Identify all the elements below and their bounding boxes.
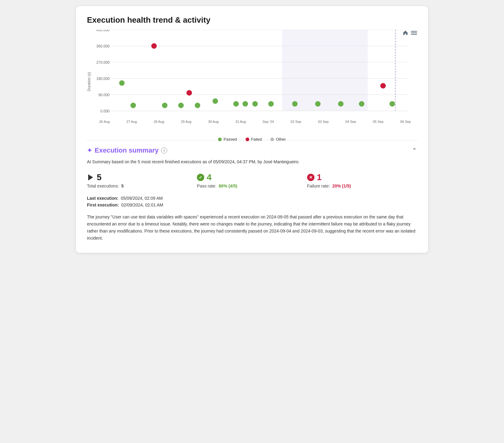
- x-label-27aug: 27 Aug: [126, 120, 137, 123]
- total-executions-value: 5: [121, 184, 124, 188]
- svg-point-21: [178, 103, 184, 108]
- pass-number: 4: [207, 172, 212, 182]
- svg-point-27: [252, 101, 258, 107]
- x-circle-icon: ✕: [307, 174, 314, 181]
- legend-passed: Passed: [218, 137, 237, 142]
- pass-rate-value: 80% (4/5): [219, 184, 237, 188]
- chart-inner: Duration (s): [87, 30, 417, 134]
- svg-point-32: [359, 101, 364, 107]
- legend-failed-dot: [246, 138, 249, 141]
- svg-point-20: [162, 103, 167, 108]
- svg-point-34: [389, 101, 395, 107]
- chart-legend: Passed Failed Other: [87, 137, 417, 142]
- play-triangle: [88, 174, 93, 180]
- chevron-up-icon[interactable]: ⌃: [412, 147, 417, 154]
- dates-section: Last execution: 05/09/2024, 02:09 AM Fir…: [87, 196, 417, 207]
- chart-title: Execution health trend & activity: [87, 15, 417, 25]
- x-label-02sep: 02 Sep: [291, 120, 301, 123]
- svg-text:180.000: 180.000: [96, 77, 110, 81]
- last-execution-label: Last execution:: [87, 196, 118, 201]
- fail-number: 1: [317, 172, 322, 182]
- svg-point-33: [380, 83, 386, 89]
- svg-point-29: [292, 101, 298, 107]
- chart-section: Execution health trend & activity: [87, 15, 417, 134]
- pass-stat-top: ✓ 4: [197, 172, 307, 182]
- svg-rect-3: [282, 30, 368, 111]
- check-circle-icon: ✓: [197, 174, 204, 181]
- legend-failed-label: Failed: [251, 137, 262, 142]
- x-label-05sep: 05 Sep: [373, 120, 384, 123]
- pass-rate-stat: ✓ 4 Pass rate: 80% (4/5): [197, 172, 307, 188]
- svg-text:270.000: 270.000: [96, 60, 110, 65]
- svg-point-22: [186, 90, 192, 96]
- svg-text:0.000: 0.000: [100, 109, 110, 113]
- x-label-sep24: Sep '24: [262, 120, 274, 123]
- last-execution-value: 05/09/2024, 02:09 AM: [121, 196, 163, 201]
- total-number: 5: [97, 172, 102, 182]
- description-text: The journey "User can use test data vari…: [87, 214, 417, 242]
- legend-other-dot: [270, 138, 274, 141]
- first-execution-label: First execution:: [87, 203, 119, 207]
- svg-point-28: [268, 101, 274, 107]
- total-executions-stat: 5 Total executions: 5: [87, 172, 197, 188]
- x-label-28aug: 28 Aug: [154, 120, 164, 123]
- x-label-30aug: 30 Aug: [208, 120, 219, 123]
- svg-point-23: [195, 103, 200, 108]
- play-icon: [87, 174, 94, 181]
- exec-summary-title: ✦ Execution summary i: [87, 146, 167, 154]
- x-label-03sep: 03 Sep: [318, 120, 329, 123]
- svg-point-24: [213, 98, 218, 104]
- legend-passed-dot: [218, 138, 222, 141]
- x-label-31aug: 31 Aug: [235, 120, 246, 123]
- x-axis-labels: 26 Aug 27 Aug 28 Aug 29 Aug 30 Aug 31 Au…: [93, 120, 417, 123]
- svg-point-19: [151, 43, 157, 49]
- legend-other-label: Other: [276, 137, 286, 142]
- svg-point-30: [315, 101, 321, 107]
- svg-point-17: [119, 80, 125, 86]
- fail-rate-label-row: Failure rate: 20% (1/5): [307, 184, 417, 188]
- exec-summary-header: ✦ Execution summary i ⌃: [87, 146, 417, 154]
- svg-point-31: [338, 101, 344, 107]
- svg-point-26: [243, 101, 248, 107]
- svg-point-25: [233, 101, 239, 107]
- fail-stat-top: ✕ 1: [307, 172, 417, 182]
- last-execution-row: Last execution: 05/09/2024, 02:09 AM: [87, 196, 417, 201]
- svg-text:360.000: 360.000: [96, 44, 110, 48]
- info-icon[interactable]: i: [161, 147, 167, 153]
- chart-svg: 450.000 360.000 270.000 180.000 90.000 0…: [93, 30, 417, 119]
- legend-passed-label: Passed: [224, 137, 237, 142]
- first-execution-value: 02/09/2024, 02:01 AM: [121, 203, 163, 207]
- fail-rate-value: 20% (1/5): [332, 184, 351, 188]
- svg-point-18: [130, 103, 136, 108]
- ai-subtitle: AI Summary based on the 5 most recent fi…: [87, 159, 417, 165]
- execution-summary-section: ✦ Execution summary i ⌃ AI Summary based…: [87, 146, 417, 242]
- chart-container: Duration (s): [87, 30, 417, 134]
- fail-rate-stat: ✕ 1 Failure rate: 20% (1/5): [307, 172, 417, 188]
- exec-summary-title-text: Execution summary: [95, 146, 159, 154]
- svg-text:90.000: 90.000: [98, 93, 110, 97]
- y-axis-label: Duration (s): [87, 30, 91, 134]
- svg-text:450.000: 450.000: [96, 30, 110, 32]
- chart-area: 450.000 360.000 270.000 180.000 90.000 0…: [93, 30, 417, 134]
- total-executions-label: Total executions: 5: [87, 184, 197, 188]
- stats-row: 5 Total executions: 5 ✓ 4 Pass rate: 80%…: [87, 172, 417, 188]
- first-execution-row: First execution: 02/09/2024, 02:01 AM: [87, 203, 417, 207]
- x-label-26aug: 26 Aug: [99, 120, 110, 123]
- legend-failed: Failed: [246, 137, 262, 142]
- x-label-04sep: 04 Sep: [345, 120, 356, 123]
- x-label-29aug: 29 Aug: [181, 120, 191, 123]
- total-stat-top: 5: [87, 172, 197, 182]
- x-label-06sep: 06 Sep: [400, 120, 411, 123]
- sparkle-icon: ✦: [87, 147, 92, 154]
- pass-rate-label-row: Pass rate: 80% (4/5): [197, 184, 307, 188]
- main-card: Execution health trend & activity: [76, 6, 428, 253]
- legend-other: Other: [270, 137, 286, 142]
